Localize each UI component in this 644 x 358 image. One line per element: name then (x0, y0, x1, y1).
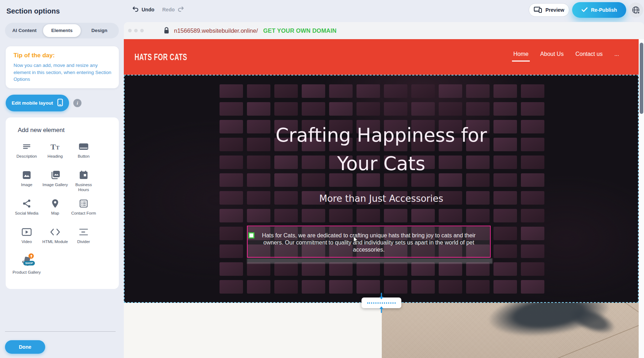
wall-tile (439, 280, 462, 294)
selected-text-element[interactable]: Hats for Cats, we are dedicated to craft… (247, 226, 491, 258)
element-description[interactable]: Description (12, 140, 41, 169)
wall-tile (411, 262, 435, 276)
element-image[interactable]: Image (12, 169, 41, 197)
wall-tile (521, 280, 544, 294)
wall-tile (466, 262, 490, 276)
element-html-module[interactable]: HTML Module (41, 226, 69, 254)
button-icon (79, 141, 89, 152)
wall-tile (521, 262, 544, 276)
wall-tile (466, 209, 490, 222)
add-element-card: Add new element Description TT Heading B… (6, 117, 119, 289)
element-map[interactable]: Map (41, 197, 69, 226)
wall-tile (247, 262, 270, 276)
element-heading[interactable]: TT Heading (41, 140, 69, 169)
done-button[interactable]: Done (5, 340, 45, 354)
preview-button[interactable]: Preview (529, 3, 569, 17)
language-globe-button[interactable] (628, 2, 643, 17)
element-image-gallery[interactable]: Image Gallery (41, 169, 69, 197)
shop-badge: SHOP (23, 261, 35, 265)
hero-subheading[interactable]: More than Just Accessories (125, 193, 638, 205)
add-element-title: Add new element (18, 127, 64, 134)
wall-tile (247, 209, 270, 222)
wall-tile (274, 84, 298, 98)
wall-tile (493, 227, 517, 240)
info-icon[interactable]: i (73, 99, 81, 107)
wall-tile (384, 102, 407, 116)
tab-elements[interactable]: Elements (43, 24, 80, 37)
wall-tile (302, 280, 325, 294)
tab-ai-content[interactable]: AI Content (6, 24, 43, 37)
wall-tile (493, 209, 517, 222)
site-nav: Home About Us Contact us ... (513, 51, 619, 62)
element-product-gallery[interactable]: SHOP Product Gallery (12, 254, 41, 283)
traffic-dots (128, 29, 144, 32)
nav-active-underline (512, 60, 530, 62)
redo-icon (177, 6, 184, 13)
wall-tile (329, 280, 353, 294)
wall-tile (220, 209, 243, 222)
wall-tile (274, 209, 298, 222)
republish-label: Re-Publish (591, 7, 617, 13)
wall-tile (439, 209, 462, 222)
wall-tile (521, 84, 544, 98)
element-business-hours[interactable]: Business Hours (69, 169, 98, 197)
wall-tile (220, 244, 243, 258)
wall-tile (521, 209, 544, 222)
wall-tile (220, 227, 243, 240)
element-contact-form[interactable]: Contact Form (69, 197, 98, 226)
redo-button[interactable]: Redo (162, 6, 184, 13)
wall-tile (247, 84, 270, 98)
tab-design[interactable]: Design (81, 24, 118, 37)
wall-tile (411, 102, 435, 116)
wall-tile (521, 244, 544, 258)
nav-contact-us[interactable]: Contact us (575, 51, 602, 62)
get-domain-link[interactable]: GET YOUR OWN DOMAIN (263, 27, 337, 34)
nav-home[interactable]: Home (513, 51, 529, 62)
wall-tile (466, 102, 490, 116)
wall-tile (493, 102, 517, 116)
nav-about-us[interactable]: About Us (540, 51, 564, 62)
site-url: n1566589.websitebuilder.online/ (174, 27, 258, 34)
hero-heading[interactable]: Crafting Happiness for Your Cats (125, 121, 638, 178)
business-hours-icon (79, 170, 88, 180)
wall-tile (384, 280, 407, 294)
element-social-media[interactable]: Social Media (12, 197, 41, 226)
next-section-photo[interactable] (382, 303, 639, 358)
svg-text:T: T (51, 142, 56, 151)
page-title: Section options (6, 7, 60, 15)
scrollbar-thumb[interactable] (640, 43, 643, 114)
tip-card: Tip of the day: Now you can add, move an… (6, 46, 119, 88)
hero-paragraph[interactable]: Hats for Cats, we are dedicated to craft… (252, 232, 486, 253)
republish-button[interactable]: Re-Publish (572, 2, 626, 18)
nav-more-ellipsis[interactable]: ... (614, 51, 619, 62)
wall-tile (274, 102, 298, 116)
traffic-dot (140, 29, 144, 32)
undo-button[interactable]: Undo (132, 6, 154, 13)
wall-tile (439, 84, 462, 98)
next-section-left[interactable] (124, 303, 382, 358)
wall-tile (329, 102, 353, 116)
element-drop-shadow (247, 258, 492, 264)
code-icon (50, 227, 60, 237)
edit-mobile-label: Edit mobile layout (12, 100, 53, 106)
site-header[interactable]: HATS FOR CATS Home About Us Contact us .… (124, 39, 639, 75)
element-video[interactable]: Video (12, 226, 41, 254)
element-drag-handle[interactable] (248, 232, 254, 238)
sidebar-divider (5, 331, 116, 332)
wall-tile (521, 102, 544, 116)
element-divider[interactable]: Divider (69, 226, 98, 254)
wall-tile (521, 227, 544, 240)
wall-tile (329, 84, 353, 98)
element-button[interactable]: Button (69, 140, 98, 169)
hero-section-selected[interactable]: Crafting Happiness for Your Cats More th… (124, 75, 639, 303)
wall-tile (247, 280, 270, 294)
edit-mobile-layout-button[interactable]: Edit mobile layout (6, 95, 69, 111)
wall-tile (357, 102, 380, 116)
product-gallery-icon: SHOP (21, 255, 33, 268)
wall-tile (274, 262, 298, 276)
wall-tile (302, 84, 325, 98)
wall-tile (357, 84, 380, 98)
map-pin-icon (52, 198, 59, 209)
wall-tile (220, 280, 243, 294)
globe-icon (632, 6, 640, 14)
